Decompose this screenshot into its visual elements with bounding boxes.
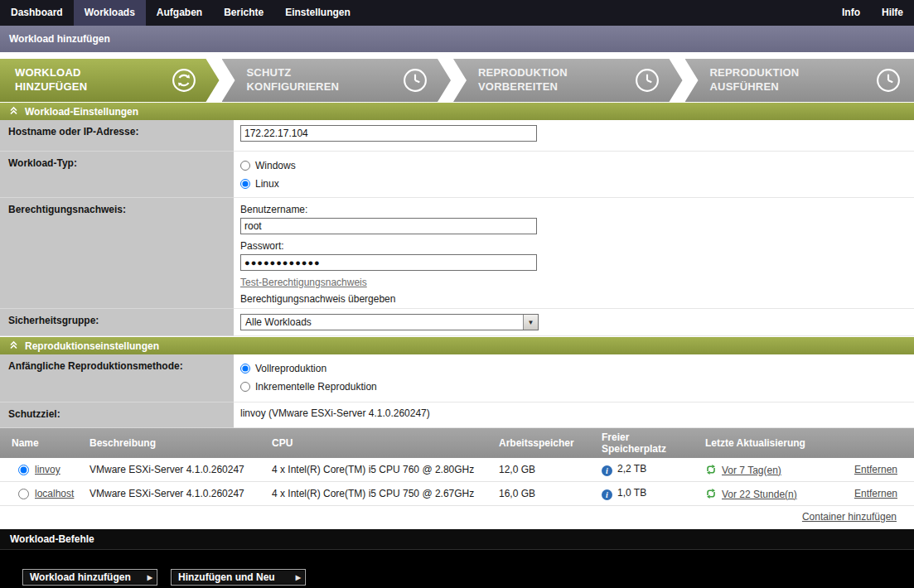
wizard-steps: WORKLOADHINZUFÜGEN SCHUTZKONFIGURIEREN xyxy=(0,59,914,102)
incremental-replication-radio[interactable] xyxy=(240,382,250,392)
breadcrumb: Workload hinzufügen xyxy=(0,26,914,52)
last-update-link[interactable]: Vor 22 Stunde(n) xyxy=(722,489,797,500)
credentials-field: Benutzername: Passwort: Test-Berechtigun… xyxy=(234,198,914,309)
nav-right-group: Info Hilfe xyxy=(831,0,914,26)
test-credentials-link[interactable]: Test-Berechtigungsnachweis xyxy=(240,277,367,288)
wizard-step-label: WORKLOADHINZUFÜGEN xyxy=(15,66,87,94)
top-navigation: Dashboard Workloads Aufgaben Berichte Ei… xyxy=(0,0,914,26)
row-free-space: i2,2 TB xyxy=(595,458,699,482)
row-memory: 16,0 GB xyxy=(492,482,595,506)
nav-hilfe[interactable]: Hilfe xyxy=(871,0,914,26)
row-description: VMware ESXi-Server 4.1.0.260247 xyxy=(83,482,265,506)
commands-title: Workload-Befehle xyxy=(10,533,94,545)
wizard-step-prepare-replication: REPRODUKTIONVORBEREITEN xyxy=(453,59,683,102)
row-description: VMware ESXi-Server 4.1.0.260247 xyxy=(83,458,265,482)
section-title: Workload-Einstellungen xyxy=(25,106,138,118)
linux-radio[interactable] xyxy=(240,179,250,189)
protection-target-label: Schutzziel: xyxy=(0,402,234,428)
row-last-update: Vor 7 Tag(en) xyxy=(699,458,838,482)
container-name-link[interactable]: localhost xyxy=(35,488,74,499)
wizard-step-label: REPRODUKTIONVORBEREITEN xyxy=(478,66,568,94)
row-free-space: i1,0 TB xyxy=(595,482,699,506)
protection-target-value: linvoy (VMware ESXi-Server 4.1.0.260247) xyxy=(234,402,914,428)
table-row: linvoy VMware ESXi-Server 4.1.0.260247 4… xyxy=(0,458,914,482)
add-container-row: Container hinzufügen xyxy=(0,506,914,529)
full-replication-label: Vollreproduktion xyxy=(255,363,326,374)
page: Dashboard Workloads Aufgaben Berichte Ei… xyxy=(0,0,914,588)
nav-berichte[interactable]: Berichte xyxy=(213,0,274,26)
col-header-memory: Arbeitsspeicher xyxy=(492,428,595,458)
username-input[interactable] xyxy=(240,218,537,234)
page-title: Workload hinzufügen xyxy=(9,33,110,45)
arrow-right-icon: ▶ xyxy=(296,574,301,581)
windows-radio[interactable] xyxy=(240,161,250,171)
remove-link[interactable]: Entfernen xyxy=(854,488,897,499)
section-workload-settings[interactable]: Workload-Einstellungen xyxy=(0,102,914,120)
security-group-label: Sicherheitsgruppe: xyxy=(0,309,234,336)
credentials-row: Berechtigungsnachweis: Benutzername: Pas… xyxy=(0,198,914,309)
wizard-step-label: REPRODUKTIONAUSFÜHREN xyxy=(710,66,800,94)
nav-aufgaben[interactable]: Aufgaben xyxy=(146,0,213,26)
info-icon: i xyxy=(602,489,612,500)
row-select-radio[interactable] xyxy=(18,465,29,475)
remove-link[interactable]: Entfernen xyxy=(854,464,897,475)
workload-commands-bar: Workload-Befehle xyxy=(0,529,914,550)
add-and-new-button[interactable]: Hinzufügen und Neu ▶ xyxy=(171,569,306,586)
hostname-field xyxy=(234,120,914,152)
hostname-row: Hostname oder IP-Adresse: xyxy=(0,120,914,152)
nav-dashboard[interactable]: Dashboard xyxy=(0,0,74,26)
col-header-remove xyxy=(838,428,914,458)
full-replication-radio[interactable] xyxy=(240,364,250,374)
wizard-step-configure-protection: SCHUTZKONFIGURIEREN xyxy=(222,59,452,102)
section-title: Reproduktionseinstellungen xyxy=(25,340,159,352)
table-header-row: Name Beschreibung CPU Arbeitsspeicher Fr… xyxy=(0,428,914,458)
password-input[interactable] xyxy=(240,254,537,271)
windows-radio-label: Windows xyxy=(255,160,296,171)
col-header-free-space: Freier Speicherplatz xyxy=(595,428,699,458)
replication-method-field: Vollreproduktion Inkrementelle Reprodukt… xyxy=(234,354,914,402)
clock-icon xyxy=(876,68,901,93)
nav-info[interactable]: Info xyxy=(831,0,871,26)
row-last-update: Vor 22 Stunde(n) xyxy=(699,482,838,506)
row-memory: 12,0 GB xyxy=(492,458,595,482)
nav-left-group: Dashboard Workloads Aufgaben Berichte Ei… xyxy=(0,0,361,26)
full-replication-option[interactable]: Vollreproduktion xyxy=(240,363,907,374)
incremental-replication-label: Inkrementelle Reproduktion xyxy=(255,381,377,393)
credentials-note: Berechtigungsnachweis übergeben xyxy=(240,293,907,305)
collapse-icon xyxy=(8,105,19,118)
replication-method-row: Anfängliche Reproduktionsmethode: Vollre… xyxy=(0,354,914,402)
workload-type-label: Workload-Typ: xyxy=(0,152,234,198)
last-update-link[interactable]: Vor 7 Tag(en) xyxy=(722,465,781,476)
security-group-selected-value: Alle Workloads xyxy=(241,315,523,330)
wizard-step-run-replication: REPRODUKTIONAUSFÜHREN xyxy=(685,59,914,102)
section-replication-settings[interactable]: Reproduktionseinstellungen xyxy=(0,336,914,354)
incremental-replication-option[interactable]: Inkrementelle Reproduktion xyxy=(240,381,907,393)
container-name-link[interactable]: linvoy xyxy=(35,464,60,475)
nav-einstellungen[interactable]: Einstellungen xyxy=(274,0,361,26)
targets-table: Name Beschreibung CPU Arbeitsspeicher Fr… xyxy=(0,428,914,506)
security-group-row: Sicherheitsgruppe: Alle Workloads ▼ xyxy=(0,309,914,336)
hostname-label: Hostname oder IP-Adresse: xyxy=(0,120,234,152)
workload-type-row: Workload-Typ: Windows Linux xyxy=(0,152,914,198)
row-select-radio[interactable] xyxy=(18,489,29,499)
add-workload-button[interactable]: Workload hinzufügen ▶ xyxy=(22,569,157,586)
add-container-link[interactable]: Container hinzufügen xyxy=(802,511,897,523)
credentials-label: Berechtigungsnachweis: xyxy=(0,198,234,309)
linux-radio-label: Linux xyxy=(255,178,279,190)
refresh-icon xyxy=(705,488,717,499)
workload-type-field: Windows Linux xyxy=(234,152,914,198)
row-cpu: 4 x Intel(R) Core(TM) i5 CPU 750 @ 2.67G… xyxy=(265,482,492,506)
security-group-select[interactable]: Alle Workloads ▼ xyxy=(240,314,539,330)
sync-icon xyxy=(172,68,196,93)
hostname-input[interactable] xyxy=(240,125,537,142)
replication-method-label: Anfängliche Reproduktionsmethode: xyxy=(0,354,234,402)
workload-type-linux-option[interactable]: Linux xyxy=(240,178,907,190)
nav-workloads[interactable]: Workloads xyxy=(74,0,146,26)
col-header-last-update: Letzte Aktualisierung xyxy=(699,428,838,458)
wizard-step-add-workload: WORKLOADHINZUFÜGEN xyxy=(0,59,220,102)
refresh-icon xyxy=(705,464,717,475)
clock-icon xyxy=(635,68,660,93)
wizard-step-label: SCHUTZKONFIGURIEREN xyxy=(247,66,340,94)
col-header-description: Beschreibung xyxy=(83,428,265,458)
workload-type-windows-option[interactable]: Windows xyxy=(240,160,907,171)
